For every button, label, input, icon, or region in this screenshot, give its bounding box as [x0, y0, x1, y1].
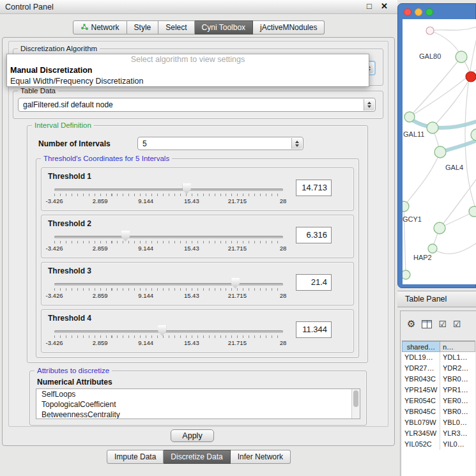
cell-shared-name[interactable]: YBL079W [402, 417, 440, 428]
number-of-intervals-value: 5 [142, 139, 147, 148]
tab-impute-data[interactable]: Impute Data [107, 450, 164, 464]
network-node[interactable] [426, 27, 434, 35]
slider-scale: -3.426 2.859 9.144 15.43 21.715 28 [54, 197, 283, 205]
tab-infer-network[interactable]: Infer Network [231, 450, 291, 464]
tab-network[interactable]: Network [73, 20, 127, 35]
dropdown-item-equal-width[interactable]: Equal Width/Frequency Discretization [7, 76, 369, 87]
close-icon[interactable]: ✕ [381, 1, 388, 11]
tab-style[interactable]: Style [127, 20, 159, 35]
select-columns-icon[interactable]: ☑ [453, 319, 461, 329]
slider-scale: -3.426 2.859 9.144 15.43 21.715 28 [54, 339, 283, 347]
column-header-shared-name[interactable]: shared… [402, 341, 440, 352]
scale-label: 2.859 [93, 197, 108, 204]
threshold-1-slider-handle[interactable] [183, 183, 191, 194]
threshold-1-value-field[interactable]: 14.713 [296, 180, 332, 196]
number-of-intervals-combo[interactable]: 5 [137, 137, 303, 150]
table-row[interactable]: YIL052C YIL0… [402, 439, 475, 450]
select-all-icon[interactable]: ☑ [438, 319, 447, 329]
table-row[interactable]: YBR043C YBR0… [402, 374, 475, 385]
threshold-3-slider[interactable]: -3.426 2.859 9.144 15.43 21.715 28 [54, 278, 283, 305]
threshold-4-value-field[interactable]: 11.344 [296, 321, 332, 338]
list-item[interactable]: TopologicalCoefficient [36, 399, 360, 410]
cell-name[interactable]: YER0… [440, 395, 475, 406]
cell-name[interactable]: YBR0… [440, 374, 475, 385]
cell-shared-name[interactable]: YDL19… [402, 352, 440, 363]
table-row[interactable]: YBR045C YBR0… [402, 406, 475, 417]
cell-shared-name[interactable]: YBR045C [402, 406, 440, 417]
float-window-icon[interactable]: □ [367, 1, 372, 11]
threshold-3-value-field[interactable]: 21.4 [296, 274, 332, 291]
threshold-4-label: Threshold 4 [48, 314, 91, 323]
traffic-close-icon[interactable] [404, 8, 411, 16]
cell-name[interactable]: YDR2… [440, 363, 475, 374]
threshold-2-slider[interactable]: -3.426 2.859 9.144 15.43 21.715 28 [54, 231, 283, 257]
tab-select[interactable]: Select [158, 20, 194, 35]
table-data-combo[interactable]: galFiltered.sif default node [18, 98, 376, 112]
scale-label: 2.859 [93, 292, 108, 299]
gear-icon[interactable]: ⚙ [407, 318, 415, 330]
cell-name[interactable]: YIL0… [440, 439, 475, 450]
columns-icon[interactable] [422, 320, 432, 328]
threshold-1-label: Threshold 1 [48, 172, 91, 181]
threshold-4-slider-handle[interactable] [158, 325, 166, 336]
table-row[interactable]: YER054C YER0… [402, 395, 475, 406]
selected-network-node[interactable] [466, 72, 476, 82]
table-row[interactable]: YLR345W YLR3… [402, 428, 475, 439]
number-of-intervals-label: Number of Intervals [38, 139, 111, 148]
slider-track[interactable] [54, 188, 283, 191]
tab-discretize-data-label: Discretize Data [171, 452, 222, 461]
list-item[interactable]: SelfLoops [36, 389, 360, 399]
scale-label: 9.144 [138, 292, 153, 299]
cell-shared-name[interactable]: YBR043C [402, 374, 440, 385]
table-data-combo-value: galFiltered.sif default node [23, 100, 113, 109]
table-header-row: shared… n… [402, 341, 475, 352]
cell-shared-name[interactable]: YPR145W [402, 385, 440, 395]
combo-stepper-icon[interactable] [291, 138, 302, 149]
cell-shared-name[interactable]: YDR27… [402, 363, 440, 374]
scrollbar-thumb[interactable] [353, 390, 358, 407]
threshold-2-slider-handle[interactable] [121, 231, 130, 242]
numerical-attributes-list[interactable]: SelfLoops TopologicalCoefficient Between… [36, 388, 360, 419]
network-canvas[interactable]: GAL80 GAL11 GAL4 GCY1 HAP2 [403, 19, 476, 284]
dropdown-item-manual-discretization[interactable]: Manual Discretization [7, 65, 369, 76]
threshold-2-value-field[interactable]: 6.316 [296, 227, 332, 243]
dropdown-placeholder-item[interactable]: Select algorithm to view settings [7, 54, 369, 65]
tab-cyni-toolbox[interactable]: Cyni Toolbox [195, 20, 253, 35]
node-label-hap2: HAP2 [413, 254, 432, 261]
cell-name[interactable]: YDL1… [440, 352, 475, 363]
cell-name[interactable]: YBR0… [440, 406, 475, 417]
cell-name[interactable]: YLR3… [440, 428, 475, 439]
scale-label: 15.43 [184, 245, 199, 252]
slider-track[interactable] [54, 330, 283, 333]
tab-jactivemnodules[interactable]: jActiveMNodules [253, 20, 325, 35]
thresholds-group-title: Threshold's Coordinates for 5 Intervals [41, 155, 172, 162]
slider-track[interactable] [54, 236, 283, 238]
table-row[interactable]: YDR27… YDR2… [402, 363, 475, 374]
threshold-4-slider[interactable]: -3.426 2.859 9.144 15.43 21.715 28 [54, 325, 283, 352]
traffic-minimize-icon[interactable] [415, 8, 422, 16]
column-header-name[interactable]: n… [440, 341, 475, 352]
interval-definition-group-title: Interval Definition [32, 121, 94, 129]
control-panel-titlebar: Control Panel □ ✕ [0, 0, 397, 14]
table-row[interactable]: YPR145W YPR1… [402, 385, 475, 395]
tab-discretize-data[interactable]: Discretize Data [164, 450, 230, 464]
cell-shared-name[interactable]: YIL052C [402, 439, 440, 450]
cell-shared-name[interactable]: YER054C [402, 395, 440, 406]
cell-name[interactable]: YBL0… [440, 417, 475, 428]
table-row[interactable]: YDL19… YDL1… [402, 352, 475, 363]
apply-button[interactable]: Apply [171, 429, 214, 442]
scale-label: 28 [280, 339, 287, 346]
slider-track[interactable] [54, 283, 283, 286]
threshold-3-slider-handle[interactable] [231, 278, 240, 289]
threshold-1-slider[interactable]: -3.426 2.859 9.144 15.43 21.715 28 [54, 183, 283, 210]
combo-stepper-icon[interactable] [364, 99, 374, 111]
tab-style-label: Style [134, 23, 151, 32]
cell-name[interactable]: YPR1… [440, 385, 475, 395]
table-row[interactable]: YBL079W YBL0… [402, 417, 475, 428]
list-item[interactable]: BetweennessCentrality [36, 410, 360, 419]
cell-shared-name[interactable]: YLR345W [402, 428, 440, 439]
traffic-zoom-icon[interactable] [426, 8, 433, 16]
list-scrollbar[interactable] [351, 389, 360, 418]
network-view-window[interactable]: GAL80 GAL11 GAL4 GCY1 HAP2 [397, 3, 476, 288]
network-graph: GAL80 GAL11 GAL4 GCY1 HAP2 [403, 19, 476, 284]
